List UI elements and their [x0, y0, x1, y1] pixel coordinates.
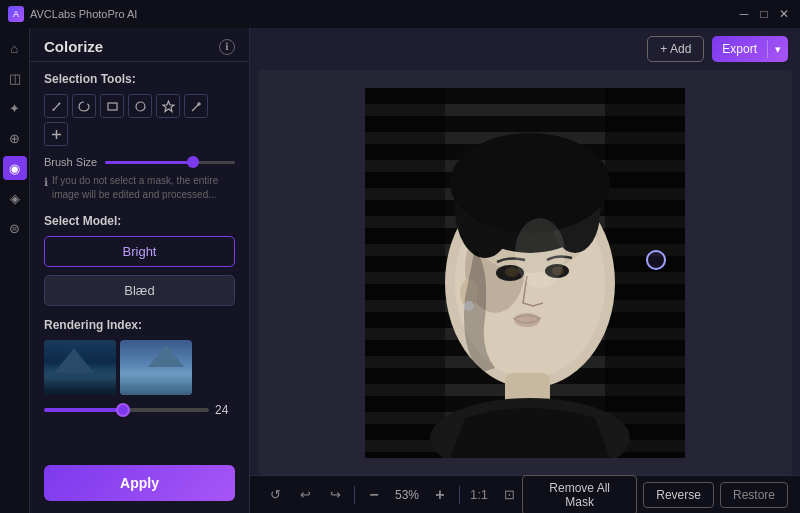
sidebar-layers-icon[interactable]: ◫	[3, 66, 27, 90]
star-tool-button[interactable]	[156, 94, 180, 118]
svg-line-4	[192, 104, 199, 111]
brush-size-row: Brush Size	[44, 156, 235, 168]
maximize-button[interactable]: □	[756, 6, 772, 22]
panel-header: Colorize ℹ	[30, 28, 249, 62]
rendering-index-slider[interactable]	[44, 408, 209, 412]
titlebar-controls: ─ □ ✕	[736, 6, 792, 22]
panel: Colorize ℹ Selection Tools:	[30, 28, 250, 513]
cursor-circle	[646, 250, 666, 270]
zoom-out-button[interactable]: −	[361, 482, 387, 508]
app-title: AVCLabs PhotoPro AI	[30, 8, 137, 20]
toolbar-right: Remove All Mask Reverse Restore	[522, 475, 788, 514]
brush-size-label: Brush Size	[44, 156, 97, 168]
hint-message: If you do not select a mask, the entire …	[52, 174, 235, 202]
export-dropdown-button[interactable]: ▾	[768, 38, 788, 61]
panel-footer: Apply	[30, 455, 249, 513]
svg-point-0	[58, 102, 60, 104]
thumb2	[120, 340, 192, 395]
sidebar-adjust-icon[interactable]: ⊕	[3, 126, 27, 150]
svg-point-21	[450, 133, 610, 233]
sidebar-sliders-icon[interactable]: ⊜	[3, 216, 27, 240]
select-model-label: Select Model:	[44, 214, 235, 228]
titlebar-left: A AVCLabs PhotoPro AI	[8, 6, 137, 22]
magic-tool-button[interactable]	[184, 94, 208, 118]
photo-container	[365, 88, 685, 458]
toolbar-separator-1	[354, 486, 355, 504]
circle-tool-button[interactable]	[128, 94, 152, 118]
selection-tools	[44, 94, 235, 146]
apply-button[interactable]: Apply	[44, 465, 235, 501]
canvas-workspace	[258, 70, 792, 475]
svg-point-24	[505, 267, 519, 277]
main-layout: ⌂ ◫ ✦ ⊕ ◉ ◈ ⊜ Colorize ℹ Selection Tools…	[0, 28, 800, 513]
svg-marker-3	[163, 101, 174, 112]
reverse-button[interactable]: Reverse	[643, 482, 714, 508]
sidebar-home-icon[interactable]: ⌂	[3, 36, 27, 60]
sidebar-colorize-icon[interactable]: ◉	[3, 156, 27, 180]
portrait-image	[365, 88, 685, 458]
lasso-tool-button[interactable]	[72, 94, 96, 118]
zoom-value: 53%	[391, 488, 423, 502]
bottom-toolbar: ↺ ↩ ↪ − 53% + 1:1 ⊡ Remove All Mask Reve…	[250, 475, 800, 513]
rect-tool-button[interactable]	[100, 94, 124, 118]
photo-frame	[365, 88, 685, 458]
export-group: Export ▾	[712, 36, 788, 62]
sidebar-filter-icon[interactable]: ◈	[3, 186, 27, 210]
svg-point-31	[515, 218, 565, 288]
sidebar-tools-icon[interactable]: ✦	[3, 96, 27, 120]
rendering-value: 24	[215, 403, 235, 417]
canvas-area: + Add Export ▾	[250, 28, 800, 513]
svg-point-2	[136, 102, 145, 111]
export-button[interactable]: Export	[712, 37, 767, 61]
svg-rect-13	[605, 88, 685, 458]
crop-button[interactable]: ⊡	[496, 482, 522, 508]
info-icon[interactable]: ℹ	[219, 39, 235, 55]
remove-all-mask-button[interactable]: Remove All Mask	[522, 475, 637, 514]
rendering-section: Rendering Index: 24	[44, 318, 235, 417]
svg-point-26	[514, 313, 540, 327]
selection-tools-label: Selection Tools:	[44, 72, 235, 86]
svg-rect-1	[108, 103, 117, 110]
pen-tool-button[interactable]	[44, 94, 68, 118]
panel-content: Selection Tools:	[30, 62, 249, 455]
panel-title: Colorize	[44, 38, 103, 55]
ratio-button[interactable]: 1:1	[466, 482, 492, 508]
rendering-slider-row: 24	[44, 403, 235, 417]
toolbar-left: ↺ ↩ ↪ − 53% + 1:1 ⊡	[262, 482, 522, 508]
app-logo: A	[8, 6, 24, 22]
hint-text: ℹ If you do not select a mask, the entir…	[44, 174, 235, 202]
zoom-in-button[interactable]: +	[427, 482, 453, 508]
titlebar: A AVCLabs PhotoPro AI ─ □ ✕	[0, 0, 800, 28]
brush-size-slider[interactable]	[105, 161, 235, 164]
toolbar-separator-2	[459, 486, 460, 504]
icon-sidebar: ⌂ ◫ ✦ ⊕ ◉ ◈ ⊜	[0, 28, 30, 513]
rendering-preview-1	[44, 340, 116, 395]
redo-button[interactable]: ↪	[322, 482, 348, 508]
minimize-button[interactable]: ─	[736, 6, 752, 22]
hint-icon: ℹ	[44, 175, 48, 202]
thumb1	[44, 340, 116, 395]
svg-rect-12	[365, 88, 445, 458]
undo-button[interactable]: ↩	[292, 482, 318, 508]
rendering-previews	[44, 340, 235, 395]
rendering-index-label: Rendering Index:	[44, 318, 235, 332]
restore-button[interactable]: Restore	[720, 482, 788, 508]
refresh-button[interactable]: ↺	[262, 482, 288, 508]
add-button[interactable]: + Add	[647, 36, 704, 62]
model-bright-button[interactable]: Bright	[44, 236, 235, 267]
rendering-preview-2	[120, 340, 192, 395]
add-tool-button[interactable]	[44, 122, 68, 146]
canvas-header: + Add Export ▾	[250, 28, 800, 70]
model-bland-button[interactable]: Blæd	[44, 275, 235, 306]
close-button[interactable]: ✕	[776, 6, 792, 22]
